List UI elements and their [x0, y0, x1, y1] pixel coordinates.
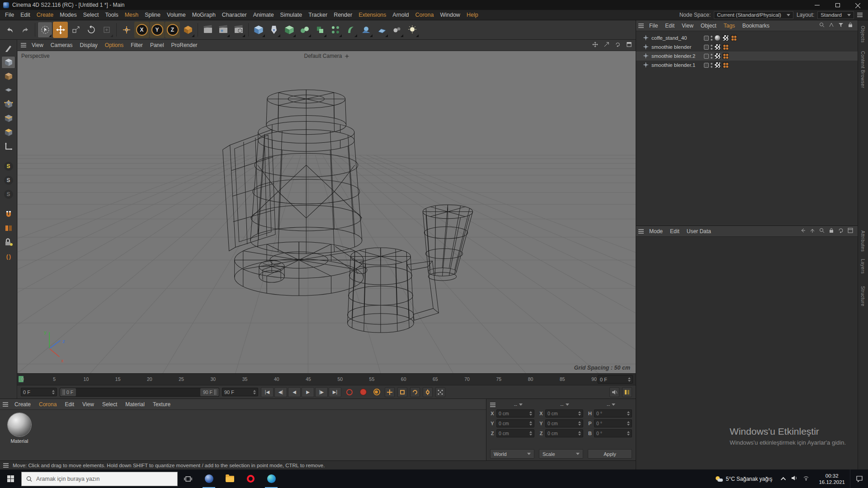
add-floor-button[interactable]: [374, 22, 389, 38]
size-y-field[interactable]: 0 cm: [545, 419, 583, 427]
key-position-button[interactable]: [385, 387, 395, 397]
timeline-ruler[interactable]: 0 5 10 15 20 25 30 35 40 45 50 55: [17, 373, 636, 385]
pos-z-field[interactable]: 0 cm: [496, 429, 534, 437]
add-spline-pen-button[interactable]: [266, 22, 281, 38]
search-input[interactable]: [36, 476, 173, 482]
size-z-field[interactable]: 0 cm: [545, 429, 583, 437]
menu-tracker[interactable]: Tracker: [305, 12, 330, 18]
spinner-icon[interactable]: [529, 431, 532, 436]
move-tool-button[interactable]: [53, 22, 68, 38]
vp-menu-prorender[interactable]: ProRender: [168, 42, 201, 48]
menu-select[interactable]: Select: [80, 12, 102, 18]
zoom-view-icon[interactable]: [604, 42, 609, 49]
tab-objects[interactable]: Objects: [860, 26, 865, 42]
position-header-select[interactable]: --: [497, 402, 539, 408]
om-menu-edit[interactable]: Edit: [662, 23, 678, 29]
y-axis-lock-button[interactable]: Y: [150, 22, 165, 38]
tab-attributes[interactable]: Attributes: [860, 230, 865, 252]
add-instance-button[interactable]: [312, 22, 327, 38]
workplane-mode-button[interactable]: [1, 84, 15, 97]
timeline-layout-button[interactable]: [622, 387, 632, 397]
back-arrow-icon[interactable]: [800, 228, 806, 235]
add-subdivision-surface-button[interactable]: [282, 22, 297, 38]
pos-x-field[interactable]: 0 cm: [496, 409, 534, 418]
menu-animate[interactable]: Animate: [250, 12, 277, 18]
spinner-icon[interactable]: [52, 390, 55, 394]
minimize-button[interactable]: [807, 0, 827, 10]
om-menu-object[interactable]: Object: [698, 23, 720, 29]
layout-select[interactable]: Standard: [817, 11, 854, 19]
spinner-icon[interactable]: [578, 411, 581, 416]
visibility-dots[interactable]: [711, 36, 712, 41]
preview-range-slider[interactable]: 0 F 90 F: [60, 388, 219, 397]
tab-layers[interactable]: Layers: [860, 259, 865, 274]
object-list[interactable]: coffe_stand_40 smoothie blender: [636, 31, 858, 225]
snap-modes-button[interactable]: S: [1, 174, 15, 187]
om-menu-view[interactable]: View: [679, 23, 697, 29]
om-menu-tags[interactable]: Tags: [721, 23, 738, 29]
menu-window[interactable]: Window: [437, 12, 463, 18]
x-axis-lock-button[interactable]: X: [134, 22, 149, 38]
space-select[interactable]: World: [490, 449, 534, 459]
texture-tag-icon[interactable]: [714, 62, 721, 68]
render-picture-viewer-button[interactable]: [216, 22, 231, 38]
end-frame-field[interactable]: 90 F: [222, 388, 258, 396]
sound-button[interactable]: [609, 387, 619, 397]
menu-arnold[interactable]: Arnold: [389, 12, 412, 18]
up-arrow-icon[interactable]: [810, 228, 815, 235]
autokey-button[interactable]: [371, 387, 382, 397]
object-row[interactable]: smoothie blender.2: [636, 52, 858, 61]
file-explorer-taskbar-icon[interactable]: [219, 469, 240, 488]
goto-end-button[interactable]: ▶|: [329, 387, 341, 397]
add-cube-button[interactable]: [251, 22, 266, 38]
texture-tag-icon[interactable]: [722, 35, 729, 41]
am-menu-mode[interactable]: Mode: [646, 228, 666, 235]
menu-extensions[interactable]: Extensions: [355, 12, 389, 18]
corona-material-tag-icon[interactable]: [731, 35, 737, 41]
menu-create[interactable]: Create: [33, 12, 57, 18]
search-icon[interactable]: [819, 22, 825, 29]
material-item[interactable]: Material: [5, 413, 34, 457]
object-manager-menu-icon[interactable]: [638, 23, 644, 28]
coordinate-system-button[interactable]: [180, 22, 195, 38]
vp-menu-options[interactable]: Options: [101, 42, 127, 48]
spinner-icon[interactable]: [628, 377, 631, 382]
pan-view-icon[interactable]: [592, 42, 598, 49]
search-icon[interactable]: [819, 228, 825, 235]
network-icon[interactable]: [803, 475, 809, 483]
edit-render-settings-button[interactable]: [231, 22, 246, 38]
om-menu-bookmarks[interactable]: Bookmarks: [739, 23, 773, 29]
last-tool-button[interactable]: [99, 22, 114, 38]
z-axis-lock-button[interactable]: Z: [165, 22, 180, 38]
enable-toggle[interactable]: [704, 63, 709, 68]
viewport-3d[interactable]: y z x Perspective Default Camera Grid Sp…: [17, 51, 636, 373]
menu-character[interactable]: Character: [219, 12, 250, 18]
menu-corona[interactable]: Corona: [412, 12, 437, 18]
menu-render[interactable]: Render: [330, 12, 355, 18]
tray-expand-icon[interactable]: [781, 477, 786, 482]
corona-material-tag-icon[interactable]: [722, 62, 729, 68]
opera-taskbar-icon[interactable]: [240, 469, 261, 488]
mat-menu-edit[interactable]: Edit: [61, 401, 78, 408]
global-move-icon[interactable]: [119, 22, 134, 38]
taskbar-search[interactable]: [21, 472, 178, 486]
next-key-button[interactable]: |▶: [315, 387, 328, 397]
rotation-header-select[interactable]: --: [590, 402, 632, 408]
key-parameter-button[interactable]: [423, 387, 433, 397]
menu-file[interactable]: File: [2, 12, 17, 18]
taskbar-weather[interactable]: 5°C Sağanak yağış: [710, 469, 778, 488]
rotate-tool-button[interactable]: [84, 22, 99, 38]
pos-y-field[interactable]: 0 cm: [496, 419, 534, 427]
mat-menu-material[interactable]: Material: [122, 401, 148, 408]
menu-mograph[interactable]: MoGraph: [189, 12, 219, 18]
enable-toggle[interactable]: [704, 36, 709, 41]
texture-tag-icon[interactable]: [714, 44, 721, 50]
cinema4d-taskbar-icon[interactable]: [198, 469, 219, 488]
record-button[interactable]: [358, 387, 368, 397]
vp-menu-cameras[interactable]: Cameras: [47, 42, 76, 48]
attribute-manager-menu-icon[interactable]: [638, 229, 644, 234]
path-icon[interactable]: [829, 22, 834, 29]
key-rotation-button[interactable]: [410, 387, 420, 397]
rot-p-field[interactable]: 0 °: [594, 419, 632, 427]
play-button[interactable]: ▶: [302, 387, 314, 397]
